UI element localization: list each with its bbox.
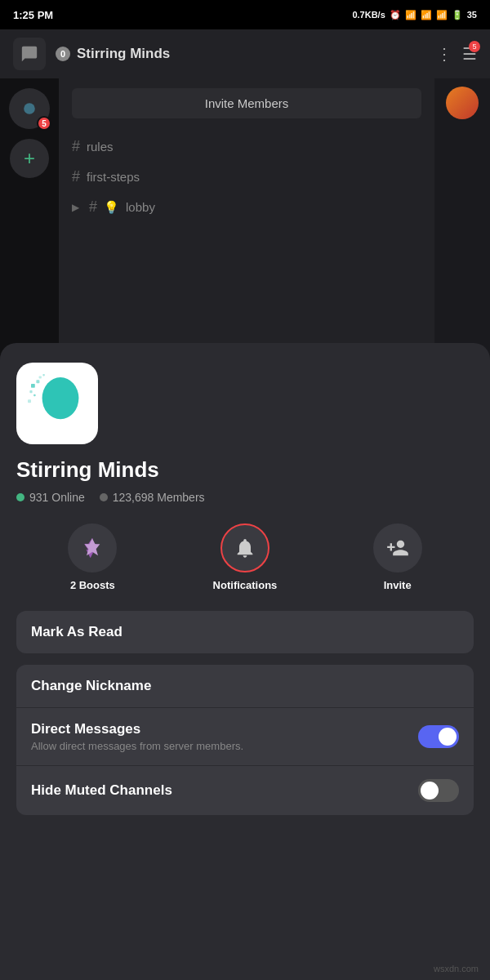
server-stats: 931 Online 123,698 Members: [16, 491, 474, 504]
server-icon-item[interactable]: 5: [9, 88, 50, 129]
online-count: 931 Online: [29, 491, 85, 504]
notifications-button[interactable]: Notifications: [204, 523, 286, 591]
right-member-stub: [434, 78, 490, 356]
channel-name-first-steps: first-steps: [87, 170, 140, 184]
more-options-icon[interactable]: ⋮: [436, 44, 452, 64]
channel-emoji-lobby: 💡: [104, 200, 119, 215]
settings-section: Change Nickname Direct Messages Allow di…: [16, 665, 474, 815]
change-nickname-item[interactable]: Change Nickname: [16, 665, 474, 708]
hamburger-notif-badge: 5: [469, 41, 480, 52]
topbar-badge: 0: [56, 47, 70, 61]
status-time: 1:25 PM: [13, 9, 53, 21]
topbar-server-title: 0 Stirring Minds: [56, 46, 436, 62]
toggle-knob: [439, 728, 457, 746]
member-count: 123,698 Members: [113, 491, 205, 504]
mark-read-section: Mark As Read: [16, 611, 474, 653]
online-dot: [16, 493, 24, 501]
topbar-icons: ⋮ ☰ 5: [436, 44, 477, 64]
action-row: 2 Boosts Notifications Invite: [16, 523, 474, 591]
wifi-icon: 📶: [436, 10, 448, 20]
hide-muted-channels-item[interactable]: Hide Muted Channels: [16, 766, 474, 815]
signal2-icon: 📶: [421, 10, 432, 20]
direct-messages-item[interactable]: Direct Messages Allow direct messages fr…: [16, 708, 474, 766]
channel-item-lobby[interactable]: ▶ # 💡 lobby: [59, 192, 434, 222]
mark-as-read-item[interactable]: Mark As Read: [16, 611, 474, 653]
boosts-label: 2 Boosts: [70, 579, 115, 591]
server-name: Stirring Minds: [16, 457, 474, 483]
channel-item-first-steps[interactable]: # first-steps: [59, 162, 434, 192]
network-speed: 0.7KB/s: [352, 10, 385, 20]
toggle-knob-2: [421, 782, 439, 800]
offline-dot: [100, 493, 108, 501]
channel-list: Invite Members # rules # first-steps ▶ #…: [59, 78, 434, 356]
bell-icon-wrap: [220, 523, 270, 572]
notifications-label: Notifications: [213, 579, 278, 591]
invite-label: Invite: [384, 579, 412, 591]
boosts-button[interactable]: 2 Boosts: [51, 523, 133, 591]
server-notif-badge: 5: [37, 116, 51, 131]
hamburger-menu[interactable]: ☰ 5: [462, 44, 477, 64]
bottom-sheet: Stirring Minds 931 Online 123,698 Member…: [0, 343, 490, 980]
clock-icon: ⏰: [390, 10, 401, 20]
channel-item-rules[interactable]: # rules: [59, 131, 434, 162]
direct-messages-toggle[interactable]: [418, 725, 459, 748]
hide-muted-channels-toggle[interactable]: [418, 779, 459, 802]
server-logo: [16, 363, 98, 444]
direct-messages-content: Direct Messages Allow direct messages fr…: [31, 721, 243, 752]
svg-point-1: [24, 103, 35, 114]
online-stat: 931 Online: [16, 491, 85, 504]
expand-arrow-icon: ▶: [72, 202, 79, 213]
change-nickname-content: Change Nickname: [31, 678, 151, 694]
topbar-title-text: Stirring Minds: [77, 46, 170, 62]
invite-icon-wrap: [373, 523, 422, 572]
watermark: wsxdn.com: [434, 964, 479, 973]
invite-button[interactable]: Invite: [357, 523, 439, 591]
channel-name-lobby: lobby: [126, 200, 155, 214]
chat-icon: [13, 38, 46, 70]
signal-icon: 📶: [405, 10, 416, 20]
add-server-button[interactable]: +: [10, 139, 49, 178]
hide-muted-channels-content: Hide Muted Channels: [31, 782, 172, 799]
invite-members-button[interactable]: Invite Members: [72, 88, 421, 118]
hash-icon: #: [89, 198, 97, 216]
channel-name-rules: rules: [87, 140, 114, 154]
left-sidebar: 5 +: [0, 78, 59, 356]
hash-icon: #: [72, 168, 80, 185]
hash-icon: #: [72, 138, 80, 155]
status-bar: 1:25 PM 0.7KB/s ⏰ 📶 📶 📶 🔋 35: [0, 0, 490, 29]
battery-icon: 🔋: [452, 10, 463, 20]
boost-icon-wrap: [68, 523, 117, 572]
status-bar-right: 0.7KB/s ⏰ 📶 📶 📶 🔋 35: [352, 10, 477, 20]
member-stat: 123,698 Members: [100, 491, 205, 504]
mark-as-read-label: Mark As Read: [31, 624, 122, 640]
battery-level: 35: [467, 10, 477, 20]
member-avatar: [446, 87, 479, 119]
discord-topbar: 0 Stirring Minds ⋮ ☰ 5: [0, 29, 490, 78]
